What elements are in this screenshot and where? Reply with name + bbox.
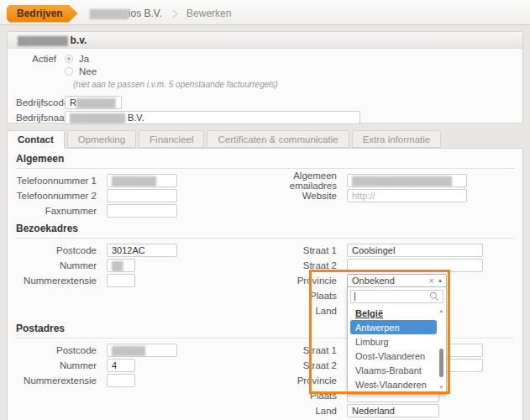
contact-tab-panel: Algemeen Telefoonnummer 1 ████████ Telef… [7,148,523,420]
bezoek-postcode-label: Postcode [16,245,107,255]
province-select[interactable]: Onbekend × ▴ ▴ [347,274,447,287]
option-antwerpen[interactable]: Antwerpen [350,320,437,334]
tel2-label: Telefoonnummer 2 [16,191,107,201]
bezoek-straat2-field[interactable] [347,259,483,272]
scrollbar-thumb[interactable] [439,349,443,377]
province-option-list: ▴ België Antwerpen Limburg Oost-Vlaander… [350,306,443,391]
post-land-field[interactable] [347,404,439,417]
bezoek-nummerextensie-label: Nummerextensie [16,276,107,286]
tel1-field[interactable]: ████████ [107,174,177,187]
company-title-suffix: b.v. [67,34,87,46]
post-straat1-label: Straat 1 [276,345,347,355]
bezoek-land-label: Land [276,306,347,316]
breadcrumb-bedrijven[interactable]: Bedrijven [7,5,78,23]
redacted-bedrijfscode: ███████ [76,98,115,108]
section-bezoekadres: Bezoekadres [16,223,514,239]
redacted-company-name: ███████ [90,9,129,18]
post-nummer-field[interactable] [107,359,135,372]
post-postcode-label: Postcode [16,345,107,355]
radio-ja-icon[interactable] [65,55,73,63]
option-oost-vlaanderen[interactable]: Oost-Vlaanderen [350,349,437,363]
bedrijfscode-field[interactable]: R███████ [65,96,122,109]
radio-nee-icon[interactable] [65,67,73,76]
bezoek-nummerextensie-field[interactable] [107,274,135,287]
chevron-right-icon [170,9,178,18]
redacted-email: ██████████████████ [352,176,452,186]
fax-field[interactable] [107,204,177,218]
text-cursor [354,292,355,301]
post-nummerextensie-label: Nummerextensie [16,375,107,386]
tab-financieel[interactable]: Financieel [139,130,204,148]
tab-extra-informatie[interactable]: Extra informatie [352,130,442,148]
breadcrumb: Bedrijven ███████ios B.V. Bewerken [0,3,530,25]
post-plaats-label: Plaats [276,391,347,401]
tel2-field[interactable] [107,189,177,202]
bezoek-straat1-field[interactable] [347,244,483,257]
post-provincie-label: Provincie [276,375,347,386]
breadcrumb-bewerken: Bewerken [186,8,231,19]
tab-bar: Contact Opmerking Financieel Certificate… [7,130,523,148]
radio-nee[interactable]: Nee [65,65,97,77]
province-selected-value: Onbekend [352,276,429,286]
redacted-tel1: ████████ [112,176,156,186]
bedrijfsnaam-label: Bedrijfsnaam [16,111,65,124]
bezoek-nummer-field[interactable]: ██ [107,259,135,272]
bezoek-postcode-field[interactable] [107,244,177,257]
company-panel-title: █████████ b.v. [8,32,522,49]
actief-note: (niet aan te passen i.v.m. 5 openstaande… [73,80,514,89]
post-straat2-label: Straat 2 [276,360,347,370]
option-west-vlaanderen[interactable]: West-Vlaanderen [350,377,437,391]
option-vlaams-brabant[interactable]: Vlaams-Brabant [350,363,437,377]
tab-certificaten[interactable]: Certificaten & communicatie [207,130,349,148]
section-algemeen: Algemeen [16,153,514,169]
post-nummer-label: Nummer [16,360,107,370]
bedrijfsnaam-suffix: B.V. [125,113,144,123]
post-postcode-field[interactable]: ██████ [107,344,177,357]
email-label: Algemeen emailadres [276,171,347,191]
bezoek-provincie-label: Provincie [276,276,347,286]
tab-opmerking[interactable]: Opmerking [67,130,136,148]
bezoek-straat1-label: Straat 1 [276,245,347,255]
search-icon [429,291,439,302]
fax-label: Faxnummer [16,206,107,216]
province-dropdown-panel: ▴ België Antwerpen Limburg Oost-Vlaander… [347,286,447,395]
bedrijfscode-prefix: R [70,97,76,108]
redacted-company-title: █████████ [18,36,67,45]
bedrijfsnaam-field[interactable]: ██████████ B.V. [65,111,360,124]
scroll-down-icon[interactable]: ▾ [439,384,443,390]
radio-nee-label: Nee [79,66,97,76]
bedrijfscode-label: Bedrijfscode [16,96,65,109]
post-nummerextensie-field[interactable] [107,374,135,387]
province-search-input[interactable] [350,290,443,303]
breadcrumb-company-suffix: ios B.V. [129,8,162,19]
website-field[interactable] [347,189,467,202]
redacted-bedrijfsnaam: ██████████ [70,113,125,123]
chevron-up-icon[interactable]: ▴ [438,277,442,284]
radio-ja-label: Ja [79,54,89,64]
radio-ja[interactable]: Ja [65,52,97,65]
bezoek-straat2-label: Straat 2 [276,260,347,270]
email-field[interactable]: ██████████████████ [347,174,467,187]
option-limburg[interactable]: Limburg [350,334,437,349]
bezoek-nummer-label: Nummer [16,260,107,270]
option-group-belgie: België [350,306,437,320]
company-panel: █████████ b.v. Actief Ja Nee (niet aan t… [7,31,523,123]
redacted-bezoek-nummer: ██ [112,261,123,270]
redacted-post-postcode: ██████ [112,346,145,355]
actief-label: Actief [16,52,65,77]
bezoek-plaats-label: Plaats [276,291,347,301]
company-panel-body: Actief Ja Nee (niet aan te passen i.v.m.… [8,49,522,123]
tel1-label: Telefoonnummer 1 [16,176,107,186]
clear-selection-icon[interactable]: × [429,276,434,285]
post-land-label: Land [276,406,347,416]
scroll-up-icon[interactable]: ▴ [439,307,443,313]
tab-contact[interactable]: Contact [7,130,65,149]
website-label: Website [276,191,347,201]
province-select-control[interactable]: Onbekend × ▴ [347,274,447,287]
breadcrumb-company[interactable]: ███████ios B.V. [90,8,162,19]
